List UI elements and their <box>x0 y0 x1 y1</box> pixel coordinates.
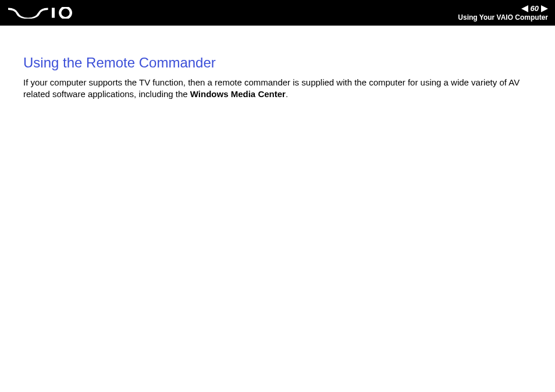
page-number: 60 <box>531 4 539 13</box>
svg-rect-0 <box>52 8 55 17</box>
body-paragraph: If your computer supports the TV functio… <box>23 77 532 101</box>
body-text-bold: Windows Media Center <box>190 89 286 99</box>
vaio-logo <box>8 0 74 26</box>
page-nav: 60 <box>521 4 548 13</box>
prev-page-arrow-icon[interactable] <box>521 5 528 12</box>
svg-marker-3 <box>541 5 548 12</box>
header-right: 60 Using Your VAIO Computer <box>458 4 548 22</box>
section-name: Using Your VAIO Computer <box>458 13 548 22</box>
page-content: Using the Remote Commander If your compu… <box>0 26 555 101</box>
page-header: 60 Using Your VAIO Computer <box>0 0 555 26</box>
svg-point-1 <box>60 8 71 19</box>
next-page-arrow-icon[interactable] <box>541 5 548 12</box>
page-heading: Using the Remote Commander <box>23 55 532 71</box>
svg-marker-2 <box>521 5 528 12</box>
body-text-suffix: . <box>286 89 288 99</box>
